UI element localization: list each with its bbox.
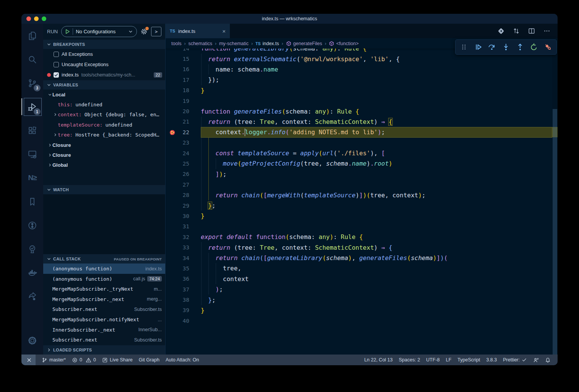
code-line-18[interactable]: 18} bbox=[166, 85, 552, 96]
gutter-line-22[interactable]: 22 bbox=[166, 127, 201, 137]
activity-bar-item-extensions[interactable] bbox=[21, 119, 43, 142]
status-notifications[interactable] bbox=[542, 355, 554, 365]
gutter-line-26[interactable]: 26 bbox=[166, 169, 201, 179]
compare-changes-button[interactable] bbox=[512, 27, 520, 35]
gutter-line-28[interactable]: 28 bbox=[166, 190, 201, 200]
gutter-line-20[interactable]: 20 bbox=[166, 106, 201, 116]
activity-bar-item-explorer[interactable] bbox=[21, 24, 43, 47]
close-window-button[interactable] bbox=[26, 16, 31, 21]
minimize-window-button[interactable] bbox=[34, 16, 39, 21]
gutter-line-34[interactable]: 34 bbox=[166, 253, 201, 263]
breadcrumb-item-my-schematic[interactable]: my-schematic bbox=[219, 41, 249, 46]
code-line-19[interactable]: 19 bbox=[166, 96, 552, 106]
gutter-line-25[interactable]: 25 bbox=[166, 158, 201, 169]
gutter-line-24[interactable]: 24 bbox=[166, 148, 201, 158]
status-indentation[interactable]: Spaces: 2 bbox=[396, 355, 423, 365]
gutter-line-16[interactable]: 16 bbox=[166, 64, 201, 75]
code-line-31[interactable]: 31 bbox=[166, 221, 552, 232]
close-tab-icon[interactable]: × bbox=[222, 28, 226, 34]
scope-row[interactable]: Global bbox=[43, 160, 165, 170]
code-line-33[interactable]: 33 return (tree: Tree, context: Schemati… bbox=[166, 242, 552, 252]
code-line-39[interactable]: 39} bbox=[166, 305, 552, 316]
open-changes-button[interactable] bbox=[497, 27, 505, 35]
gutter-line-30[interactable]: 30 bbox=[166, 211, 201, 221]
title-bar[interactable]: index.ts — wrkschematics bbox=[21, 14, 558, 24]
status-ts-version[interactable]: 3.8.3 bbox=[483, 355, 500, 365]
variable-row[interactable]: templateSource:undefined bbox=[43, 120, 165, 130]
breadcrumb-item--function-[interactable]: <function> bbox=[329, 41, 358, 46]
activity-bar-item-testing[interactable] bbox=[21, 237, 43, 261]
split-editor-button[interactable] bbox=[528, 27, 535, 35]
breakpoints-section-header[interactable]: BREAKPOINTS bbox=[43, 39, 165, 49]
activity-bar-item-bookmarks[interactable] bbox=[21, 190, 43, 213]
code-line-30[interactable]: 30} bbox=[166, 211, 552, 221]
code-line-38[interactable]: 38 }; bbox=[166, 294, 552, 305]
variables-section-header[interactable]: VARIABLES bbox=[43, 80, 165, 89]
code-line-36[interactable]: 36 context bbox=[166, 274, 552, 284]
gutter-line-18[interactable]: 18 bbox=[166, 85, 201, 96]
call-stack-frame[interactable]: MergeMapSubscriber.notifyNext... bbox=[43, 314, 165, 325]
call-stack-section-header[interactable]: CALL STACK PAUSED ON BREAKPOINT bbox=[43, 254, 165, 264]
gutter-line-14[interactable]: 14 bbox=[166, 49, 201, 54]
activity-bar-item-run-and-debug[interactable]: 1 bbox=[21, 95, 43, 119]
chevron-right-icon[interactable] bbox=[52, 112, 58, 117]
code-line-34[interactable]: 34 return chain([generateLibrary(schema)… bbox=[166, 253, 552, 263]
gutter-line-23[interactable]: 23 bbox=[166, 138, 201, 148]
editor-scrollbar[interactable] bbox=[552, 49, 558, 355]
disconnect-button[interactable] bbox=[542, 41, 554, 53]
activity-bar-item-search[interactable] bbox=[21, 47, 43, 71]
code-line-15[interactable]: 15 return externalSchematic('@nrwl/works… bbox=[166, 54, 552, 64]
code-line-25[interactable]: 25 move(getProjectConfig(tree, schema.na… bbox=[166, 158, 552, 169]
status-language-mode[interactable]: TypeScript bbox=[454, 355, 483, 365]
code-editor[interactable]: 14function generateLibrary(schema: any):… bbox=[166, 49, 558, 355]
call-stack-frame[interactable]: MergeMapSubscriber._nextmerg... bbox=[43, 294, 165, 304]
activity-bar-item-nx-console[interactable]: N≥ bbox=[21, 166, 43, 190]
status-live-share[interactable]: Live Share bbox=[99, 355, 136, 365]
scope-row[interactable]: Local bbox=[43, 89, 165, 99]
more-actions-button[interactable] bbox=[543, 27, 551, 35]
gutter-line-37[interactable]: 37 bbox=[166, 284, 201, 294]
status-encoding[interactable]: UTF-8 bbox=[423, 355, 442, 365]
code-line-32[interactable]: 32export default function(schema: any): … bbox=[166, 232, 552, 242]
debug-settings-gear[interactable] bbox=[140, 28, 148, 35]
breakpoint-row[interactable]: Uncaught Exceptions bbox=[43, 59, 165, 70]
breakpoint-checkbox[interactable] bbox=[54, 52, 59, 57]
chevron-right-icon[interactable] bbox=[47, 163, 52, 167]
watch-section-header[interactable]: WATCH bbox=[43, 185, 165, 194]
gutter-line-32[interactable]: 32 bbox=[166, 232, 201, 242]
tab-index-ts[interactable]: TS index.ts × bbox=[166, 24, 230, 38]
activity-bar-item-docker[interactable] bbox=[21, 261, 43, 285]
drag-handle[interactable] bbox=[458, 41, 470, 53]
gutter-line-19[interactable]: 19 bbox=[166, 96, 201, 106]
continue-button[interactable] bbox=[472, 41, 484, 53]
breakpoint-row[interactable]: index.tstools/schematics/my-sch...22 bbox=[43, 70, 165, 80]
gutter-line-38[interactable]: 38 bbox=[166, 294, 201, 305]
step-into-button[interactable] bbox=[500, 41, 512, 53]
step-over-button[interactable] bbox=[486, 41, 498, 53]
code-line-29[interactable]: 29 }; bbox=[166, 200, 552, 211]
status-prettier[interactable]: Prettier: bbox=[500, 355, 530, 365]
code-line-26[interactable]: 26 ]); bbox=[166, 169, 552, 179]
activity-bar-item-source-control[interactable]: 3 bbox=[21, 71, 43, 95]
chevron-right-icon[interactable] bbox=[47, 143, 52, 147]
variable-row[interactable]: this:undefined bbox=[43, 99, 165, 109]
variable-row[interactable]: tree:HostTree {_backend: ScopedH… bbox=[43, 130, 165, 140]
status-eol[interactable]: LF bbox=[443, 355, 455, 365]
breakpoint-checkbox[interactable] bbox=[54, 62, 59, 67]
gutter-line-31[interactable]: 31 bbox=[166, 221, 201, 232]
gutter-line-35[interactable]: 35 bbox=[166, 263, 201, 273]
code-line-28[interactable]: 28 return chain([mergeWith(templateSourc… bbox=[166, 190, 552, 200]
code-line-35[interactable]: 35 tree, bbox=[166, 263, 552, 273]
status-git-graph[interactable]: Git Graph bbox=[136, 355, 163, 365]
call-stack-frame[interactable]: (anonymous function)index.ts bbox=[43, 264, 165, 274]
code-line-16[interactable]: 16 name: schema.name bbox=[166, 64, 552, 75]
call-stack-frame[interactable]: (anonymous function)call.js74:24 bbox=[43, 274, 165, 284]
current-breakpoint-icon[interactable] bbox=[169, 129, 176, 137]
code-line-22[interactable]: 22 context.logger.info('adding NOTES.md … bbox=[166, 127, 552, 137]
code-line-37[interactable]: 37 ); bbox=[166, 284, 552, 294]
start-debug-icon[interactable] bbox=[65, 29, 70, 34]
status-problems[interactable]: 00 bbox=[69, 355, 99, 365]
debug-console-button[interactable]: > bbox=[151, 27, 161, 36]
code-line-27[interactable]: 27 bbox=[166, 179, 552, 190]
status-feedback[interactable] bbox=[530, 355, 542, 365]
